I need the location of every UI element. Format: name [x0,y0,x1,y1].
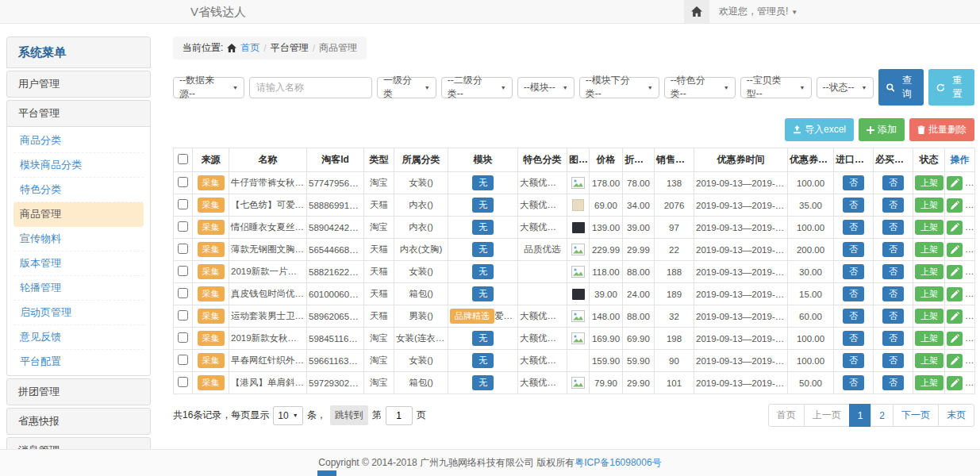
edit-button[interactable] [947,309,963,324]
page-number-input[interactable] [386,406,413,425]
status-toggle[interactable]: 上架 [915,286,943,301]
row-checkbox[interactable] [178,310,188,321]
name-input[interactable] [249,77,372,98]
edit-button[interactable] [947,376,963,390]
module-badge[interactable]: 无 [472,353,494,368]
row-checkbox[interactable] [178,355,188,365]
must-buy-toggle[interactable]: 否 [882,353,904,368]
must-buy-toggle[interactable]: 否 [882,242,904,257]
row-checkbox[interactable] [178,377,188,387]
sidebar-subitem-2[interactable]: 特色分类 [13,178,144,202]
must-buy-toggle[interactable]: 否 [882,220,904,235]
import-select-toggle[interactable]: 否 [843,331,864,346]
page-button-1[interactable]: 1 [849,404,872,427]
status-toggle[interactable]: 上架 [915,309,943,324]
per-page-select[interactable]: 10 ▼ [273,406,302,425]
home-button[interactable] [684,0,709,23]
must-buy-toggle[interactable]: 否 [882,331,904,346]
page-button-末页[interactable]: 末页 [938,404,974,427]
module-badge[interactable]: 无 [472,198,494,213]
sidebar-subitem-8[interactable]: 意见反馈 [13,325,144,350]
module-badge[interactable]: 无 [472,242,494,257]
reset-button[interactable]: 重置 [928,69,974,106]
edit-button[interactable] [947,287,963,301]
status-toggle[interactable]: 上架 [915,353,943,368]
import-select-toggle[interactable]: 否 [843,309,864,324]
sidebar-item-3[interactable]: 省惠快报 [7,409,150,434]
item-type-select[interactable]: --宝贝类型--▼ [740,77,812,98]
sidebar-subitem-3[interactable]: 商品管理 [13,202,144,227]
select-all-checkbox[interactable] [178,154,188,164]
edit-button[interactable] [947,198,963,213]
sidebar-subitem-6[interactable]: 轮播管理 [13,276,144,301]
row-checkbox[interactable] [178,244,188,254]
status-toggle[interactable]: 上架 [915,175,943,190]
module-badge[interactable]: 无 [472,331,494,346]
module-badge[interactable]: 无 [472,175,494,190]
status-toggle[interactable]: 上架 [915,198,943,213]
row-checkbox[interactable] [178,332,188,343]
feature-category-select[interactable]: --特色分类--▼ [664,77,736,98]
module-badge[interactable]: 无 [472,264,494,279]
sidebar-item-0[interactable]: 用户管理 [7,71,150,97]
page-button-下一页[interactable]: 下一页 [893,404,939,427]
level1-category-select[interactable]: 一级分类▼ [377,77,436,98]
add-button[interactable]: 添加 [859,118,905,141]
icp-link[interactable]: 粤ICP备16098006号 [575,457,661,468]
import-select-toggle[interactable]: 否 [843,264,864,279]
sidebar-subitem-4[interactable]: 宣传物料 [13,227,144,251]
sidebar-subitem-5[interactable]: 版本管理 [13,251,144,276]
batch-delete-button[interactable]: 批量删除 [909,118,974,141]
row-checkbox[interactable] [178,288,188,298]
page-button-2[interactable]: 2 [870,404,894,427]
module-badge[interactable]: 无 [472,286,494,301]
must-buy-toggle[interactable]: 否 [882,175,904,190]
sidebar-item-2[interactable]: 拼团管理 [7,379,150,405]
sidebar-subitem-7[interactable]: 启动页管理 [13,301,144,325]
import-select-toggle[interactable]: 否 [843,375,864,390]
must-buy-toggle[interactable]: 否 [882,264,904,279]
edit-button[interactable] [947,265,963,279]
status-toggle[interactable]: 上架 [915,331,943,346]
level2-category-select[interactable]: --二级分类--▼ [441,77,513,98]
import-select-toggle[interactable]: 否 [843,353,864,368]
module-badge[interactable]: 无 [472,220,494,235]
breadcrumb-link-home[interactable]: 首页 [240,41,259,55]
module-badge[interactable]: 无 [472,375,494,390]
row-checkbox[interactable] [178,266,188,276]
import-select-toggle[interactable]: 否 [843,220,864,235]
import-select-toggle[interactable]: 否 [843,286,864,301]
must-buy-toggle[interactable]: 否 [882,375,904,390]
status-toggle[interactable]: 上架 [915,264,943,279]
import-select-toggle[interactable]: 否 [843,242,864,257]
edit-button[interactable] [947,221,963,235]
must-buy-toggle[interactable]: 否 [882,286,904,301]
row-checkbox[interactable] [178,199,188,209]
module-subcategory-select[interactable]: --模块下分类--▼ [579,77,659,98]
edit-button[interactable] [947,176,963,190]
status-toggle[interactable]: 上架 [915,220,943,235]
must-buy-toggle[interactable]: 否 [882,198,904,213]
page-button-上一页[interactable]: 上一页 [804,404,850,427]
module-badge[interactable]: 品牌精选 [450,309,494,324]
row-checkbox[interactable] [178,221,188,232]
must-buy-toggle[interactable]: 否 [882,309,904,324]
module-select[interactable]: --模块--▼ [517,77,575,98]
edit-button[interactable] [947,332,963,346]
row-checkbox[interactable] [178,177,188,187]
data-source-select[interactable]: --数据来源--▼ [173,77,244,98]
status-select[interactable]: --状态--▼ [817,77,874,98]
import-excel-button[interactable]: 导入excel [785,118,854,141]
page-button-首页[interactable]: 首页 [768,404,805,427]
status-toggle[interactable]: 上架 [915,375,943,390]
breadcrumb-link-platform[interactable]: 平台管理 [271,41,309,55]
sidebar-subitem-9[interactable]: 平台配置 [13,350,144,374]
import-select-toggle[interactable]: 否 [843,198,864,213]
sidebar-subitem-0[interactable]: 商品分类 [13,129,144,153]
sidebar-item-1[interactable]: 平台管理 [7,101,150,126]
app-brand[interactable]: V省钱达人 [190,0,246,23]
user-menu[interactable]: 欢迎您，管理员!▼ [719,0,797,24]
jump-button[interactable]: 跳转到 [330,405,368,425]
import-select-toggle[interactable]: 否 [843,175,864,190]
search-button[interactable]: 查询 [878,69,924,106]
